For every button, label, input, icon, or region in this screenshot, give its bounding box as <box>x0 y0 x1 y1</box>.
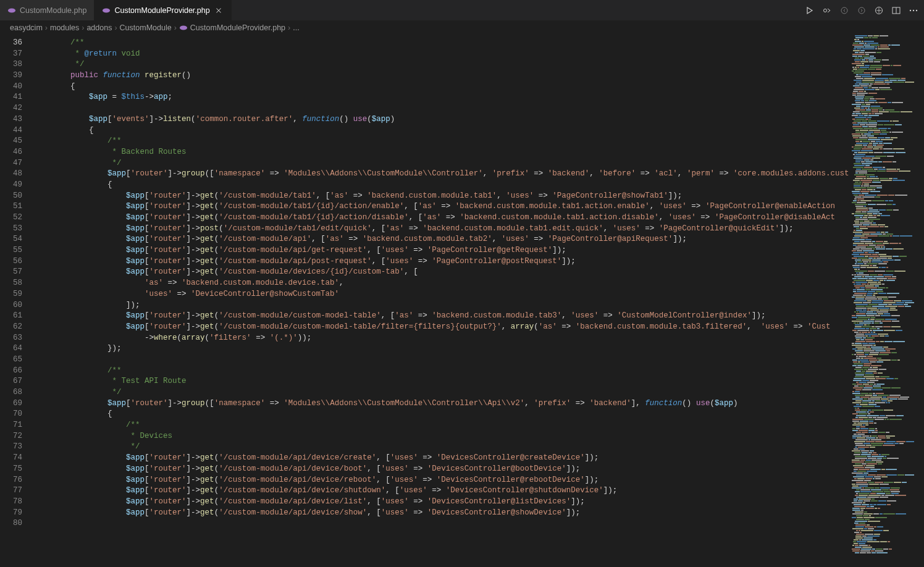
crumb-label: CustomModuleProvider.php <box>190 23 285 32</box>
code-area[interactable]: /** * @return void */ public function re… <box>33 35 849 567</box>
svg-point-9 <box>913 9 914 10</box>
svg-point-4 <box>859 7 865 14</box>
line-gutter: 3637383940414243444546474849505152535455… <box>0 35 33 567</box>
crumb-label: ... <box>293 23 299 32</box>
php-icon <box>102 6 111 15</box>
php-icon <box>179 23 188 32</box>
crumb[interactable]: CustomModuleProvider.php <box>179 23 285 32</box>
crumb-label: easydcim <box>10 23 43 32</box>
svg-point-1 <box>103 8 110 12</box>
tabs: CustomModule.php CustomModuleProvider.ph… <box>0 0 232 20</box>
close-icon[interactable] <box>214 6 224 15</box>
split-icon[interactable] <box>891 5 902 16</box>
diff-icon[interactable] <box>821 5 833 16</box>
php-icon <box>7 6 16 15</box>
breadcrumbs[interactable]: easydcim › modules › addons › CustomModu… <box>0 20 924 35</box>
run-icon[interactable] <box>804 5 815 16</box>
svg-point-11 <box>180 26 187 30</box>
crumb[interactable]: modules <box>50 23 79 32</box>
crumb[interactable]: ... <box>293 23 299 32</box>
title-actions <box>803 5 920 16</box>
nav-back-icon[interactable] <box>839 5 850 16</box>
crumb[interactable]: CustomModule <box>120 23 172 32</box>
svg-point-10 <box>916 9 917 10</box>
crumb-label: addons <box>86 23 112 32</box>
chevron-right-icon: › <box>114 23 117 32</box>
title-bar: CustomModule.php CustomModuleProvider.ph… <box>0 0 924 20</box>
chevron-right-icon: › <box>82 23 84 32</box>
minimap[interactable] <box>849 35 917 567</box>
crumb[interactable]: easydcim <box>10 23 43 32</box>
tab-custommoduleprovider[interactable]: CustomModuleProvider.php <box>94 0 231 20</box>
scrollbar[interactable] <box>917 35 924 567</box>
chevron-right-icon: › <box>288 23 290 32</box>
svg-point-0 <box>8 8 15 12</box>
crumb-label: CustomModule <box>120 23 172 32</box>
crumb-label: modules <box>50 23 79 32</box>
tab-custommodule[interactable]: CustomModule.php <box>0 0 94 20</box>
tab-label: CustomModule.php <box>20 6 86 15</box>
more-icon[interactable] <box>908 5 919 16</box>
editor: 3637383940414243444546474849505152535455… <box>0 35 924 567</box>
extensions-icon[interactable] <box>873 5 884 16</box>
tab-label: CustomModuleProvider.php <box>114 6 209 15</box>
svg-point-8 <box>910 9 911 10</box>
svg-point-3 <box>841 7 847 14</box>
nav-fwd-icon[interactable] <box>856 5 867 16</box>
crumb[interactable]: addons <box>86 23 112 32</box>
svg-point-2 <box>824 9 827 12</box>
chevron-right-icon: › <box>174 23 177 32</box>
chevron-right-icon: › <box>45 23 48 32</box>
